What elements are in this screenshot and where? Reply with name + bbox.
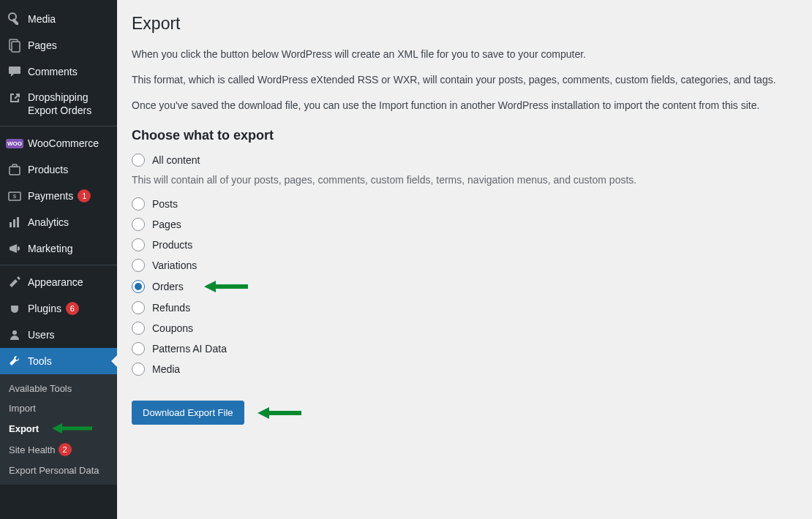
choose-heading: Choose what to export: [132, 128, 797, 143]
sidebar-label: Plugins: [28, 303, 61, 314]
radio-label: Variations: [152, 260, 197, 271]
svg-rect-4: [12, 164, 17, 167]
radio-label: Products: [152, 239, 192, 251]
radio-icon: [132, 322, 145, 335]
arrow-annotation: [257, 406, 301, 420]
radio-patterns-ai[interactable]: Patterns AI Data: [132, 342, 797, 355]
sidebar-item-media[interactable]: Media: [0, 6, 117, 32]
radio-posts[interactable]: Posts: [132, 197, 797, 211]
sidebar-spacer: [0, 123, 117, 126]
svg-point-10: [12, 330, 17, 335]
submenu-import[interactable]: Import: [0, 398, 117, 418]
badge: 2: [59, 443, 72, 456]
sidebar-item-woocommerce[interactable]: WOO WooCommerce: [0, 130, 117, 156]
woo-icon: WOO: [7, 136, 22, 151]
main-content: Export When you click the button below W…: [117, 0, 812, 519]
radio-products[interactable]: Products: [132, 238, 797, 251]
comments-icon: [7, 64, 22, 79]
sidebar-label: Marketing: [28, 243, 72, 254]
sidebar-item-payments[interactable]: $ Payments 1: [0, 183, 117, 209]
download-export-button[interactable]: Download Export File: [132, 401, 244, 425]
sidebar-item-tools[interactable]: Tools: [0, 348, 117, 374]
radio-icon: [132, 197, 145, 211]
sidebar-item-products[interactable]: Products: [0, 156, 117, 183]
sidebar-item-users[interactable]: Users: [0, 322, 117, 348]
svg-rect-7: [10, 222, 12, 227]
tools-submenu: Available Tools Import Export Site Healt…: [0, 374, 117, 485]
sidebar-label: Media: [28, 13, 56, 25]
export-desc-3: Once you've saved the download file, you…: [132, 98, 797, 113]
radio-icon: [132, 238, 145, 251]
sidebar-label: Dropshipping Export Orders: [28, 91, 110, 117]
radio-coupons[interactable]: Coupons: [132, 322, 797, 335]
radio-variations[interactable]: Variations: [132, 259, 797, 272]
sidebar-item-analytics[interactable]: Analytics: [0, 209, 117, 235]
radio-label: Orders: [152, 281, 184, 292]
marketing-icon: [7, 241, 22, 256]
sidebar-label: WooCommerce: [28, 137, 99, 149]
radio-icon: [132, 301, 145, 314]
radio-icon: [132, 280, 145, 293]
submenu-export[interactable]: Export: [0, 418, 117, 439]
radio-label: Media: [152, 363, 180, 375]
svg-rect-2: [12, 42, 20, 52]
radio-label: Coupons: [152, 322, 193, 334]
page-title: Export: [132, 14, 797, 34]
submenu-available-tools[interactable]: Available Tools: [0, 379, 117, 398]
sidebar-item-plugins[interactable]: Plugins 6: [0, 295, 117, 322]
svg-text:$: $: [13, 193, 17, 200]
sidebar-label: Comments: [28, 66, 78, 77]
sidebar-item-marketing[interactable]: Marketing: [0, 235, 117, 262]
svg-rect-8: [13, 219, 15, 227]
sidebar-label: Users: [28, 329, 55, 341]
analytics-icon: [7, 215, 22, 230]
radio-label: Patterns AI Data: [152, 343, 227, 355]
radio-icon: [132, 342, 145, 355]
svg-rect-3: [10, 167, 20, 175]
products-icon: [7, 162, 22, 177]
radio-label: Posts: [152, 198, 178, 210]
sidebar-spacer: [0, 262, 117, 265]
badge: 6: [66, 302, 79, 315]
radio-icon: [132, 259, 145, 272]
radio-label: All content: [152, 154, 200, 166]
submenu-export-personal-data[interactable]: Export Personal Data: [0, 461, 117, 480]
sidebar-label: Analytics: [28, 216, 69, 228]
export-desc-2: This format, which is called WordPress e…: [132, 72, 797, 88]
sidebar-label: Appearance: [28, 276, 83, 288]
pages-icon: [7, 38, 22, 53]
admin-sidebar: Media Pages Comments Dropshipping Export…: [0, 0, 117, 519]
sidebar-label: Pages: [28, 39, 57, 51]
svg-rect-9: [17, 217, 19, 227]
sidebar-item-comments[interactable]: Comments: [0, 58, 117, 85]
all-content-hint: This will contain all of your posts, pag…: [132, 174, 797, 186]
arrow-annotation: [204, 279, 248, 294]
radio-all-content[interactable]: All content: [132, 154, 797, 167]
users-icon: [7, 327, 22, 342]
export-desc-1: When you click the button below WordPres…: [132, 47, 797, 62]
sidebar-item-appearance[interactable]: Appearance: [0, 269, 117, 295]
radio-refunds[interactable]: Refunds: [132, 301, 797, 314]
radio-icon: [132, 363, 145, 376]
radio-icon: [132, 218, 145, 231]
submenu-site-health[interactable]: Site Health2: [0, 439, 117, 461]
plugins-icon: [7, 301, 22, 316]
radio-icon: [132, 154, 145, 167]
sidebar-item-dropshipping[interactable]: Dropshipping Export Orders: [0, 85, 117, 123]
radio-label: Refunds: [152, 302, 190, 314]
radio-orders[interactable]: Orders: [132, 279, 797, 294]
external-icon: [7, 91, 22, 105]
arrow-annotation: [52, 423, 92, 434]
sidebar-item-pages[interactable]: Pages: [0, 32, 117, 58]
radio-pages[interactable]: Pages: [132, 218, 797, 231]
sidebar-label: Products: [28, 164, 68, 175]
badge: 1: [78, 189, 91, 202]
media-icon: [7, 12, 22, 26]
radio-media[interactable]: Media: [132, 363, 797, 376]
sidebar-label: Tools: [28, 355, 52, 367]
payments-icon: $: [7, 189, 22, 203]
radio-label: Pages: [152, 219, 181, 230]
tools-icon: [7, 354, 22, 368]
sidebar-label: Payments: [28, 190, 73, 202]
appearance-icon: [7, 275, 22, 289]
